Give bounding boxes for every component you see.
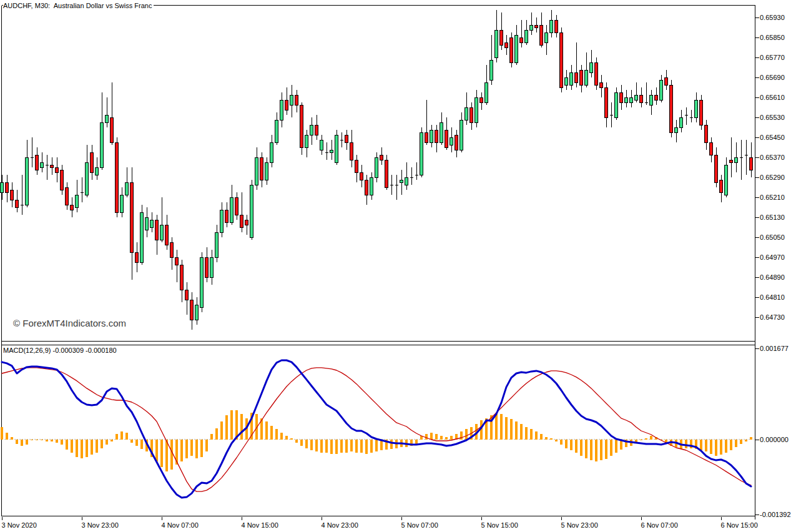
macd-histogram-bar xyxy=(550,438,553,439)
bear-candle-body xyxy=(16,200,19,207)
macd-histogram-bar xyxy=(745,440,747,441)
macd-histogram-bar xyxy=(6,433,8,439)
bear-candle-body xyxy=(185,290,189,300)
bull-candle-body xyxy=(106,115,109,122)
bear-candle-body xyxy=(710,142,713,155)
macd-histogram-bar xyxy=(715,440,717,456)
macd-histogram-bar xyxy=(320,440,323,453)
macd-histogram-bar xyxy=(435,434,438,439)
bear-candle-body xyxy=(285,100,288,110)
macd-histogram-bar xyxy=(200,440,203,457)
bull-candle-body xyxy=(590,62,593,72)
macd-histogram-bar xyxy=(26,440,28,445)
bull-candle-body xyxy=(305,135,308,147)
bull-candle-body xyxy=(400,180,403,182)
macd-histogram-bar xyxy=(330,440,333,454)
bear-candle-body xyxy=(750,157,753,170)
bull-candle-body xyxy=(440,122,443,142)
macd-histogram-bar xyxy=(115,434,118,440)
bear-candle-body xyxy=(71,205,74,210)
bear-candle-body xyxy=(385,160,388,187)
bull-candle-body xyxy=(530,25,533,30)
price-axis-label: 0.65450 xyxy=(760,134,785,141)
macd-histogram-bar xyxy=(720,440,722,455)
bull-candle-body xyxy=(290,95,293,105)
bull-candle-body xyxy=(635,95,638,100)
bear-candle-body xyxy=(655,95,658,100)
bear-candle-body xyxy=(245,220,248,225)
bull-candle-body xyxy=(26,157,29,205)
bull-candle-body xyxy=(125,182,129,195)
bull-candle-body xyxy=(330,150,333,152)
bull-candle-body xyxy=(1,182,4,192)
macd-histogram-bar xyxy=(190,440,193,456)
bear-candle-body xyxy=(315,125,318,135)
bear-candle-body xyxy=(555,20,558,32)
price-axis-label: 0.65370 xyxy=(760,154,785,161)
macd-histogram-bar xyxy=(285,436,288,439)
macd-histogram-bar xyxy=(300,440,303,446)
macd-histogram-bar xyxy=(41,440,43,441)
bull-candle-body xyxy=(430,130,433,142)
macd-histogram-bar xyxy=(11,437,13,440)
chart-canvas: 0.659300.658500.657700.656900.656100.655… xyxy=(0,0,796,532)
bear-candle-body xyxy=(470,107,473,122)
bear-candle-body xyxy=(91,152,94,172)
macd-histogram-bar xyxy=(66,440,68,450)
macd-histogram-bar xyxy=(440,436,443,440)
bull-candle-body xyxy=(405,177,408,185)
macd-histogram-bar xyxy=(265,421,268,439)
bull-candle-body xyxy=(76,195,79,207)
bull-candle-body xyxy=(735,157,738,162)
bear-candle-body xyxy=(595,62,598,85)
macd-histogram-bar xyxy=(500,414,503,439)
macd-histogram-bar xyxy=(545,437,548,440)
bull-candle-body xyxy=(680,117,683,127)
bear-candle-body xyxy=(36,155,39,170)
macd-histogram-bar xyxy=(215,428,218,440)
macd-histogram-bar xyxy=(335,440,338,454)
bull-candle-body xyxy=(675,127,678,132)
macd-histogram-bar xyxy=(370,440,373,453)
macd-histogram-bar xyxy=(560,440,563,445)
bull-candle-body xyxy=(96,167,99,175)
bear-candle-body xyxy=(705,125,708,142)
price-axis-label: 0.65690 xyxy=(760,74,785,81)
bear-candle-body xyxy=(66,187,69,205)
macd-histogram-bar xyxy=(31,440,33,441)
macd-histogram-bar xyxy=(355,440,358,453)
bull-candle-body xyxy=(195,305,199,320)
bull-candle-body xyxy=(120,195,124,212)
bull-candle-body xyxy=(280,100,283,120)
bull-candle-body xyxy=(650,95,653,105)
macd-histogram-bar xyxy=(650,436,652,440)
bull-candle-body xyxy=(495,30,498,57)
bull-candle-body xyxy=(625,97,628,102)
macd-histogram-bar xyxy=(710,440,712,454)
macd-histogram-bar xyxy=(205,440,208,452)
macd-histogram-bar xyxy=(275,429,278,439)
bear-candle-body xyxy=(380,155,383,160)
bear-candle-body xyxy=(730,160,733,162)
macd-histogram-bar xyxy=(130,440,133,443)
bull-candle-body xyxy=(210,257,214,277)
macd-histogram-bar xyxy=(310,440,313,450)
bear-candle-body xyxy=(240,215,243,227)
bull-candle-body xyxy=(570,72,573,85)
macd-histogram-bar xyxy=(730,440,732,450)
macd-histogram-bar xyxy=(86,440,88,458)
macd-histogram-bar xyxy=(430,433,433,439)
macd-histogram-bar xyxy=(120,431,123,440)
bull-candle-body xyxy=(200,257,204,307)
macd-histogram-bar xyxy=(360,440,363,453)
macd-histogram-bar xyxy=(210,434,213,439)
macd-histogram-bar xyxy=(615,440,617,453)
macd-histogram-bar xyxy=(590,440,592,460)
macd-histogram-bar xyxy=(125,433,128,440)
macd-histogram-bar xyxy=(51,440,53,442)
macd-histogram-bar xyxy=(495,413,498,439)
bull-candle-body xyxy=(140,212,144,262)
bear-candle-body xyxy=(180,265,184,290)
macd-histogram-bar xyxy=(585,440,587,458)
bear-candle-body xyxy=(115,142,119,212)
